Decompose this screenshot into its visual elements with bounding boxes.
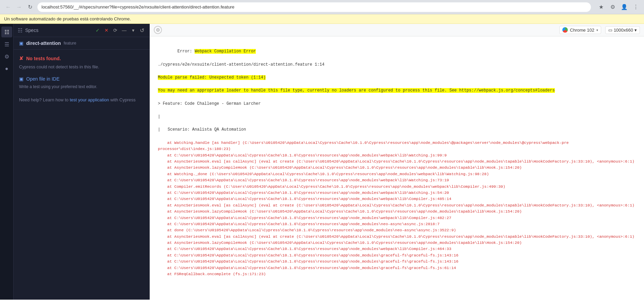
cy-nav: ☷ ☰ ⚙ ● <box>0 24 14 300</box>
specs-icon: ☷ <box>18 27 22 34</box>
nav-settings-icon[interactable]: ⚙ <box>1 51 12 62</box>
back-button[interactable]: ← <box>3 2 13 12</box>
stack-trace-line: at AsyncSeriesHook.lazyCompileHook (C:\U… <box>158 240 522 245</box>
stack-trace-line: at Watching._done (C:\Users\U0105420\App… <box>158 172 489 176</box>
reload-button[interactable]: ↻ <box>25 2 35 12</box>
nav-debug-icon[interactable]: ● <box>1 63 12 74</box>
bookmark-button[interactable]: ★ <box>596 2 606 12</box>
nav-specs-icon[interactable]: ☷ <box>1 27 12 37</box>
reload-specs-button[interactable]: ↺ <box>138 27 146 34</box>
nav-buttons: ← → ↻ <box>3 2 35 12</box>
chrome-icon <box>562 27 568 33</box>
cypress-sidebar: ☷ Specs ✓ ✕ ⟳ — ▾ ↺ ▣ direct-attention f… <box>14 24 150 300</box>
cy-topbar: ☷ Specs ✓ ✕ ⟳ — ▾ ↺ <box>14 24 150 37</box>
stack-trace-line: at C:\Users\U0105420\AppData\Local\Cypre… <box>158 178 449 182</box>
sidebar-wrapper: ☷ ☰ ⚙ ● ☷ Specs ✓ ✕ ⟳ — ▾ ↺ <box>0 24 150 300</box>
main-layout: ☷ ☰ ⚙ ● ☷ Specs ✓ ✕ ⟳ — ▾ ↺ <box>0 24 644 300</box>
automation-banner: Un software automatizado de pruebas está… <box>0 14 644 24</box>
menu-button[interactable]: ⋮ <box>631 2 641 12</box>
filter-pending-button[interactable]: ⟳ <box>112 27 119 34</box>
error-pipe1: | <box>158 114 160 119</box>
stack-trace-line: at AsyncSeriesHook.lazyCompileHook (C:\U… <box>158 165 522 170</box>
error-loader: You may need an appropriate loader to ha… <box>158 88 555 93</box>
error-feature-line: Feature: Code Challenge - German Larcher <box>163 101 261 106</box>
stack-trace-line: at Watching.handle [as handler] (C:\User… <box>158 140 569 151</box>
error-message-block: Error: Webpack Compilation Error ./cypre… <box>158 42 636 140</box>
profile-button[interactable]: 👤 <box>620 2 629 12</box>
no-tests-icon: ✘ <box>19 55 23 62</box>
address-bar[interactable] <box>37 2 591 12</box>
error-path: ./cypress/e2e/nxsuite/client-attention/d… <box>158 62 325 67</box>
no-tests-section: ✘ No tests found. <box>19 55 144 62</box>
ide-description: Write a test using your preferred text e… <box>19 84 144 89</box>
open-ide-link[interactable]: Open file in IDE <box>26 76 60 82</box>
error-pipe2: | Scenario: Analista QA Automation <box>158 127 246 132</box>
stack-trace-line: at AsyncSeriesHook.lazyCompileHook (C:\U… <box>158 209 522 214</box>
specs-title: Specs <box>25 28 91 33</box>
stack-trace-line: at C:\Users\U0105420\AppData\Local\Cypre… <box>158 153 447 157</box>
filter-passing-button[interactable]: ✓ <box>94 27 101 34</box>
resolution-selector[interactable]: ▭ 1000x660 ▾ <box>605 26 640 34</box>
stack-trace-line: at AsyncSeriesHook.eval [as callAsync] (… <box>158 159 634 164</box>
error-module: Module parse failed: Unexpected token (1… <box>158 75 266 80</box>
open-ide-section: ▣ Open file in IDE <box>19 76 144 82</box>
no-tests-label: No tests found. <box>26 56 61 61</box>
cy-content: ✘ No tests found. Cypress could not dete… <box>14 50 150 300</box>
no-tests-description: Cypress could not detect tests in this f… <box>19 64 144 69</box>
stack-trace-line: at Compiler.emitRecords (C:\Users\U01054… <box>158 184 505 189</box>
chrome-dropdown-icon: ▾ <box>596 28 598 32</box>
stack-trace-line: at FSReqCallback.oncomplete (fs.js:171:2… <box>158 272 266 276</box>
file-ext: feature <box>64 41 76 46</box>
filter-skipped-button[interactable]: — <box>120 27 128 34</box>
file-icon: ▣ <box>19 40 23 46</box>
stack-trace-line: at C:\Users\U0105420\AppData\Local\Cypre… <box>158 253 458 257</box>
browser-actions: ★ ⚙ 👤 ⋮ <box>596 2 641 12</box>
settings-circle-button[interactable]: ⚙ <box>154 26 162 34</box>
help-text: Need help? Learn how to test your applic… <box>19 97 144 102</box>
stack-trace-line: at done (C:\Users\U0105420\AppData\Local… <box>158 228 456 232</box>
error-arrow: > <box>158 101 163 106</box>
cy-controls: ✓ ✕ ⟳ — ▾ ↺ <box>94 27 146 34</box>
stack-trace-line: at AsyncSeriesHook.eval [as callAsync] (… <box>158 203 634 207</box>
stack-trace-block: at Watching.handle [as handler] (C:\User… <box>158 140 636 278</box>
error-label: Error: <box>178 49 195 54</box>
stack-trace-line: at C:\Users\U0105420\AppData\Local\Cypre… <box>158 266 456 270</box>
stack-trace-line: at AsyncSeriesHook.eval [as callAsync] (… <box>158 234 634 239</box>
help-prefix: Need help? Learn how to <box>19 97 70 102</box>
chrome-label: Chrome 102 <box>570 28 594 33</box>
error-panel: ⚙ Chrome 102 ▾ ▭ 1000x660 ▾ Error: Webpa… <box>150 24 644 300</box>
stack-trace-line: at C:\Users\U0105420\AppData\Local\Cypre… <box>158 222 440 226</box>
monitor-icon: ▭ <box>608 28 612 33</box>
filter-dropdown-button[interactable]: ▾ <box>129 27 137 34</box>
ide-icon: ▣ <box>19 76 23 82</box>
extension-button[interactable]: ⚙ <box>608 2 617 12</box>
browser-bar: ← → ↻ ★ ⚙ 👤 ⋮ <box>0 0 644 14</box>
chrome-browser-selector[interactable]: Chrome 102 ▾ <box>559 26 601 34</box>
stack-trace-line: at C:\Users\U0105420\AppData\Local\Cypre… <box>158 259 458 264</box>
error-type: Webpack Compilation Error <box>195 49 256 54</box>
stack-trace-line: at C:\Users\U0105420\AppData\Local\Cypre… <box>158 247 451 251</box>
resolution-text: 1000x660 <box>614 28 633 33</box>
help-link[interactable]: test your application <box>70 97 109 102</box>
cy-file-header: ▣ direct-attention feature <box>14 37 150 50</box>
resolution-dropdown-icon: ▾ <box>634 28 637 33</box>
automation-text: Un software automatizado de pruebas está… <box>4 16 131 21</box>
stack-trace-line: at C:\Users\U0105420\AppData\Local\Cypre… <box>158 190 449 195</box>
error-toolbar: ⚙ Chrome 102 ▾ ▭ 1000x660 ▾ <box>150 24 644 36</box>
nav-runs-icon[interactable]: ☰ <box>1 39 12 50</box>
help-suffix: with Cypress <box>109 97 136 102</box>
error-content: Error: Webpack Compilation Error ./cypre… <box>150 36 644 300</box>
stack-trace-line: at C:\Users\U0105420\AppData\Local\Cypre… <box>158 216 451 220</box>
stack-trace-line: at C:\Users\U0105420\AppData\Local\Cypre… <box>158 197 451 201</box>
file-name: direct-attention <box>26 40 61 46</box>
filter-failing-button[interactable]: ✕ <box>103 27 110 34</box>
forward-button[interactable]: → <box>14 2 24 12</box>
